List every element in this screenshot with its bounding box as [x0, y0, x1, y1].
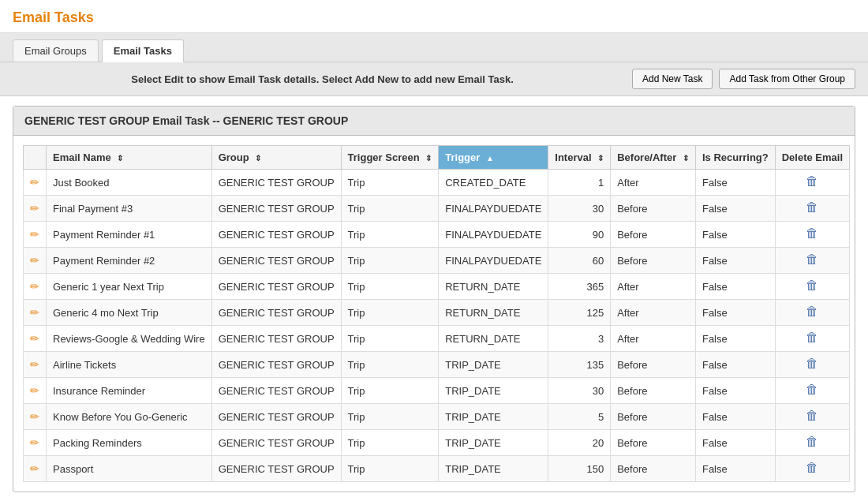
- col-email-name[interactable]: Email Name ⇕: [47, 146, 212, 170]
- interval-cell: 5: [548, 404, 611, 430]
- delete-icon[interactable]: 🗑: [804, 200, 820, 216]
- delete-icon[interactable]: 🗑: [804, 331, 820, 346]
- table-row: ✏Reviews-Google & Wedding WireGENERIC TE…: [24, 326, 850, 352]
- tab-email-groups[interactable]: Email Groups: [13, 39, 99, 62]
- tab-email-tasks[interactable]: Email Tasks: [102, 39, 184, 62]
- trigger-screen-cell: Trip: [341, 378, 439, 404]
- before-after-cell: Before: [611, 222, 696, 248]
- edit-icon[interactable]: ✏: [30, 254, 39, 267]
- col-trigger-screen[interactable]: Trigger Screen ⇕: [341, 146, 439, 170]
- edit-icon[interactable]: ✏: [30, 280, 39, 293]
- col-before-after[interactable]: Before/After ⇕: [611, 146, 696, 170]
- delete-icon[interactable]: 🗑: [804, 409, 820, 424]
- add-task-other-group-button-top[interactable]: Add Task from Other Group: [719, 69, 855, 89]
- edit-icon[interactable]: ✏: [30, 462, 39, 475]
- email-name-cell: Payment Reminder #1: [47, 222, 212, 248]
- is-recurring-cell: False: [695, 222, 775, 248]
- main-content: GENERIC TEST GROUP Email Task -- GENERIC…: [0, 96, 868, 501]
- group-cell: GENERIC TEST GROUP: [211, 248, 341, 274]
- trigger-screen-cell: Trip: [341, 352, 439, 378]
- tabs-bar: Email Groups Email Tasks: [0, 33, 868, 62]
- edit-icon[interactable]: ✏: [30, 436, 39, 449]
- sort-arrow-interval: ⇕: [597, 154, 604, 163]
- edit-icon[interactable]: ✏: [30, 306, 39, 319]
- table-row: ✏Packing RemindersGENERIC TEST GROUPTrip…: [24, 430, 850, 456]
- group-cell: GENERIC TEST GROUP: [211, 196, 341, 222]
- table-row: ✏Final Payment #3GENERIC TEST GROUPTripF…: [24, 196, 850, 222]
- before-after-cell: After: [611, 300, 696, 326]
- edit-icon[interactable]: ✏: [30, 332, 39, 345]
- trigger-cell: FINALPAYDUEDATE: [439, 196, 548, 222]
- tasks-table: Email Name ⇕ Group ⇕ Trigger Screen ⇕: [23, 145, 850, 482]
- table-row: ✏Generic 4 mo Next TripGENERIC TEST GROU…: [24, 300, 850, 326]
- col-group[interactable]: Group ⇕: [211, 146, 341, 170]
- trigger-cell: TRIP_DATE: [439, 352, 548, 378]
- trigger-screen-cell: Trip: [341, 300, 439, 326]
- add-new-task-button-top[interactable]: Add New Task: [632, 69, 713, 89]
- delete-icon[interactable]: 🗑: [804, 252, 820, 268]
- interval-cell: 30: [548, 196, 611, 222]
- is-recurring-cell: False: [695, 326, 775, 352]
- delete-cell: 🗑: [775, 326, 849, 352]
- email-name-cell: Payment Reminder #2: [47, 248, 212, 274]
- edit-cell: ✏: [24, 456, 47, 482]
- delete-cell: 🗑: [775, 300, 849, 326]
- edit-icon[interactable]: ✏: [30, 410, 39, 423]
- delete-icon[interactable]: 🗑: [804, 461, 820, 477]
- delete-icon[interactable]: 🗑: [804, 279, 820, 294]
- edit-cell: ✏: [24, 222, 47, 248]
- delete-icon[interactable]: 🗑: [804, 357, 820, 372]
- edit-cell: ✏: [24, 430, 47, 456]
- sort-arrow-trigger-screen: ⇕: [425, 154, 432, 163]
- edit-icon[interactable]: ✏: [30, 228, 39, 241]
- interval-cell: 30: [548, 378, 611, 404]
- is-recurring-cell: False: [695, 430, 775, 456]
- delete-icon[interactable]: 🗑: [804, 305, 820, 320]
- table-row: ✏Airline TicketsGENERIC TEST GROUPTripTR…: [24, 352, 850, 378]
- is-recurring-cell: False: [695, 404, 775, 430]
- interval-cell: 1: [548, 170, 611, 196]
- is-recurring-cell: False: [695, 196, 775, 222]
- email-name-cell: Just Booked: [47, 170, 212, 196]
- before-after-cell: Before: [611, 196, 696, 222]
- trigger-cell: TRIP_DATE: [439, 430, 548, 456]
- edit-icon[interactable]: ✏: [30, 384, 39, 397]
- delete-cell: 🗑: [775, 378, 849, 404]
- delete-icon[interactable]: 🗑: [804, 226, 820, 242]
- email-name-cell: Final Payment #3: [47, 196, 212, 222]
- interval-cell: 150: [548, 456, 611, 482]
- before-after-cell: After: [611, 170, 696, 196]
- edit-icon[interactable]: ✏: [30, 358, 39, 371]
- delete-icon[interactable]: 🗑: [804, 383, 820, 398]
- group-cell: GENERIC TEST GROUP: [211, 456, 341, 482]
- delete-cell: 🗑: [775, 456, 849, 482]
- group-cell: GENERIC TEST GROUP: [211, 404, 341, 430]
- edit-icon[interactable]: ✏: [30, 202, 39, 215]
- group-cell: GENERIC TEST GROUP: [211, 430, 341, 456]
- col-is-recurring: Is Recurring?: [695, 146, 775, 170]
- table-container: Email Name ⇕ Group ⇕ Trigger Screen ⇕: [13, 136, 855, 492]
- sort-arrow-trigger: ▲: [486, 154, 494, 163]
- edit-cell: ✏: [24, 170, 47, 196]
- email-name-cell: Passport: [47, 456, 212, 482]
- col-interval[interactable]: Interval ⇕: [548, 146, 611, 170]
- delete-icon[interactable]: 🗑: [804, 174, 820, 190]
- trigger-cell: FINALPAYDUEDATE: [439, 222, 548, 248]
- col-trigger[interactable]: Trigger ▲: [439, 146, 548, 170]
- email-name-cell: Insurance Reminder: [47, 378, 212, 404]
- group-cell: GENERIC TEST GROUP: [211, 170, 341, 196]
- edit-icon[interactable]: ✏: [30, 176, 39, 189]
- delete-icon[interactable]: 🗑: [804, 435, 820, 451]
- table-body: ✏Just BookedGENERIC TEST GROUPTripCREATE…: [24, 170, 850, 482]
- trigger-screen-cell: Trip: [341, 170, 439, 196]
- trigger-cell: FINALPAYDUEDATE: [439, 248, 548, 274]
- page-header: Email Tasks: [0, 0, 868, 33]
- table-row: ✏Just BookedGENERIC TEST GROUPTripCREATE…: [24, 170, 850, 196]
- delete-cell: 🗑: [775, 222, 849, 248]
- interval-cell: 60: [548, 248, 611, 274]
- group-cell: GENERIC TEST GROUP: [211, 222, 341, 248]
- sort-arrow-email-name: ⇕: [117, 154, 123, 163]
- trigger-screen-cell: Trip: [341, 430, 439, 456]
- toolbar-buttons: Add New Task Add Task from Other Group: [632, 69, 855, 89]
- trigger-cell: TRIP_DATE: [439, 378, 548, 404]
